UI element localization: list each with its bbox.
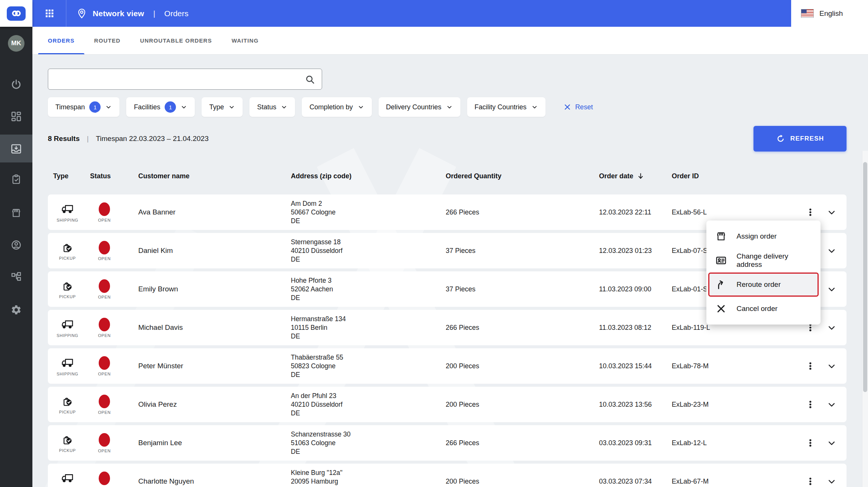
row-context-menu: Assign order Change delivery address Rer… <box>706 221 821 325</box>
column-header-status: Status <box>90 172 138 180</box>
logo-icon <box>7 6 26 21</box>
ordered-quantity: 200 Pieces <box>446 362 599 370</box>
avatar[interactable]: MK <box>8 35 24 52</box>
filter-chip-type[interactable]: Type <box>202 97 243 117</box>
order-type-cell: SHIPPING <box>53 472 82 487</box>
kebab-menu-icon[interactable] <box>805 476 815 486</box>
expand-chevron-icon[interactable] <box>827 438 837 448</box>
orders-table: Type Status Customer name Address (zip c… <box>48 163 847 487</box>
filter-chip-status[interactable]: Status <box>249 97 295 117</box>
table-header: Type Status Customer name Address (zip c… <box>48 163 847 189</box>
menu-item-change-delivery-address[interactable]: Change delivery address <box>706 248 821 273</box>
column-header-order-id: Order ID <box>672 172 766 180</box>
ordered-quantity: 37 Pieces <box>446 285 599 293</box>
expand-chevron-icon[interactable] <box>827 400 837 410</box>
order-id: ExLab-78-M <box>672 362 766 370</box>
expand-chevron-icon[interactable] <box>827 323 837 333</box>
customer-name: Charlotte Nguyen <box>138 477 291 485</box>
order-status-cell: OPEN <box>90 241 119 261</box>
chevron-down-icon <box>228 104 235 110</box>
customer-name: Ava Banner <box>138 208 291 216</box>
language-label: English <box>819 9 843 18</box>
shipping-truck-icon <box>61 318 74 331</box>
apps-grid-icon[interactable] <box>44 8 55 18</box>
order-type-cell: SHIPPING <box>53 356 82 376</box>
table-row[interactable]: SHIPPING OPEN Charlotte Nguyen Kleine Bu… <box>48 464 847 487</box>
power-icon[interactable] <box>0 79 32 90</box>
pickup-bag-icon <box>61 280 74 293</box>
order-type-label: PICKUP <box>59 410 76 414</box>
tab-unroutable-orders[interactable]: UNROUTABLE ORDERS <box>130 27 222 54</box>
filter-chip-facilities[interactable]: Facilities 1 <box>126 97 195 117</box>
filter-chip-timespan[interactable]: Timespan 1 <box>48 97 119 117</box>
orders-inbox-icon[interactable] <box>0 143 32 155</box>
chip-label: Timespan <box>55 103 85 111</box>
shipping-truck-icon <box>61 356 74 370</box>
order-type-label: SHIPPING <box>57 372 78 376</box>
row-actions <box>766 361 847 371</box>
refresh-label: REFRESH <box>790 135 824 142</box>
app-logo[interactable] <box>0 0 32 27</box>
kebab-menu-icon[interactable] <box>805 207 815 217</box>
tab-routed[interactable]: ROUTED <box>84 27 130 54</box>
order-date: 11.03.2023 09:00 <box>599 285 672 293</box>
chevron-down-icon <box>281 104 287 110</box>
app-title: Network view <box>93 9 144 18</box>
column-header-order-date[interactable]: Order date <box>599 172 672 180</box>
expand-chevron-icon[interactable] <box>827 207 837 217</box>
search-box[interactable] <box>48 69 322 90</box>
kebab-menu-icon[interactable] <box>805 400 815 409</box>
expand-chevron-icon[interactable] <box>827 476 837 487</box>
storefront-icon <box>715 231 727 242</box>
results-bar: 8 Results | Timespan 22.03.2023 – 21.04.… <box>48 126 847 152</box>
close-icon <box>564 103 571 111</box>
filter-chip-delivery-countries[interactable]: Delivery Countries <box>379 97 460 117</box>
us-flag-icon <box>801 9 814 18</box>
ordered-quantity: 200 Pieces <box>446 401 599 409</box>
expand-chevron-icon[interactable] <box>827 361 837 371</box>
filter-chip-facility-countries[interactable]: Facility Countries <box>467 97 546 117</box>
pickup-bag-icon <box>61 395 74 408</box>
order-date: 10.03.2023 15:44 <box>599 362 672 370</box>
person-circle-icon[interactable] <box>0 239 32 251</box>
order-status-label: OPEN <box>98 256 111 261</box>
filter-chip-completion-by[interactable]: Completion by <box>302 97 371 117</box>
status-open-dot <box>99 472 110 485</box>
order-date: 10.03.2023 13:56 <box>599 401 672 409</box>
order-id: ExLab-67-M <box>672 478 766 485</box>
shipping-truck-icon <box>61 472 74 485</box>
order-status-cell: OPEN <box>90 318 119 338</box>
vertical-scrollbar[interactable] <box>862 151 868 487</box>
results-timespan: Timespan 22.03.2023 – 21.04.2023 <box>96 135 208 143</box>
settings-gear-icon[interactable] <box>0 304 32 315</box>
search-icon[interactable] <box>305 74 315 84</box>
customer-name: Peter Münster <box>138 362 291 370</box>
table-row[interactable]: SHIPPING OPEN Peter Münster Thabäerstraß… <box>48 348 847 384</box>
expand-chevron-icon[interactable] <box>827 246 837 256</box>
menu-item-cancel-order[interactable]: Cancel order <box>706 297 821 321</box>
order-type-label: PICKUP <box>59 294 76 299</box>
reset-filters-button[interactable]: Reset <box>564 103 593 111</box>
menu-item-reroute-order[interactable]: Reroute order <box>708 273 819 297</box>
order-status-cell: OPEN <box>90 202 119 222</box>
hierarchy-icon[interactable] <box>0 271 32 283</box>
table-row[interactable]: PICKUP OPEN Benjamin Lee Schanzenstrasse… <box>48 425 847 461</box>
page-title: Orders <box>164 9 188 18</box>
refresh-button[interactable]: REFRESH <box>753 126 847 152</box>
tab-orders[interactable]: ORDERS <box>38 27 84 54</box>
table-row[interactable]: PICKUP OPEN Olivia Perez An der Pfuhl 23… <box>48 387 847 422</box>
clipboard-check-icon[interactable] <box>0 174 32 185</box>
search-input[interactable] <box>55 75 305 84</box>
expand-chevron-icon[interactable] <box>827 284 837 294</box>
kebab-menu-icon[interactable] <box>805 438 815 448</box>
menu-item-assign-order[interactable]: Assign order <box>706 224 821 248</box>
scrollbar-thumb[interactable] <box>863 162 867 392</box>
language-selector[interactable]: English <box>791 0 868 27</box>
menu-item-label: Cancel order <box>737 305 778 313</box>
kebab-menu-icon[interactable] <box>805 361 815 371</box>
tab-waiting[interactable]: WAITING <box>222 27 269 54</box>
sidebar: MK <box>0 27 32 487</box>
chevron-down-icon <box>531 104 538 110</box>
dashboard-icon[interactable] <box>0 111 32 122</box>
storefront-icon[interactable] <box>0 207 32 219</box>
